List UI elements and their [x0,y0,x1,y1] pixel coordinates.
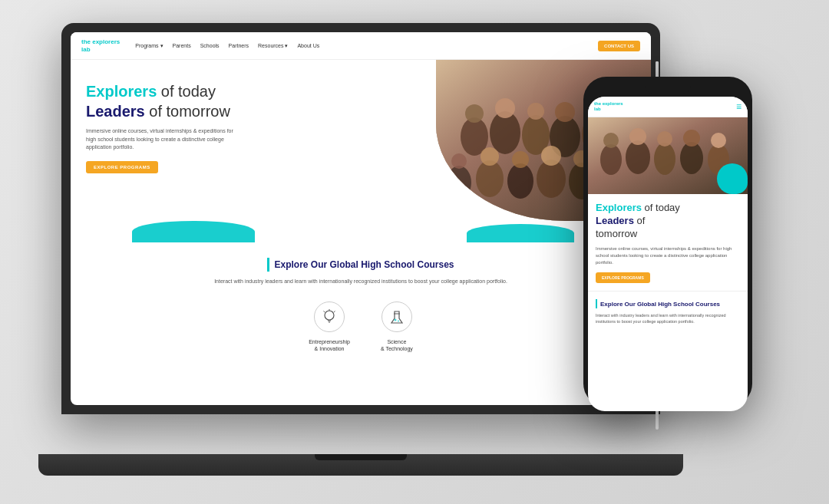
logo-line2: lab [81,46,120,54]
phone-hero-content: Explorers of today Leaders oftomorrow Im… [588,194,748,291]
svg-point-35 [394,318,396,321]
phone-logo: the explorers lab [594,101,623,112]
phone-hamburger-icon[interactable]: ≡ [736,101,741,112]
phone-device: the explorers lab ≡ [583,77,752,407]
laptop-base [38,454,683,476]
laptop-body: the explorers lab Programs ▾ Parents Sch… [61,23,660,414]
scene: the explorers lab Programs ▾ Parents Sch… [0,0,829,504]
svg-point-21 [541,146,561,166]
entrepreneurship-label: Entrepreneurship & Innovation [309,338,350,354]
svg-point-16 [476,160,504,197]
flask-icon-svg [388,308,405,325]
wave-container [71,221,651,242]
laptop-hero: Explorers of today Leaders of tomorrow I… [71,60,651,221]
svg-line-32 [324,311,325,312]
phone-hero-headline: Explorers of today Leaders oftomorrow [596,202,740,241]
nav-parents[interactable]: Parents [173,43,191,48]
svg-point-28 [325,311,334,320]
svg-point-47 [708,144,729,175]
phone-leaders: Leaders [596,215,634,226]
phone-courses-section: Explore Our Global High School Courses I… [588,291,748,333]
phone-screen: the explorers lab ≡ [588,97,748,411]
nav-partners[interactable]: Partners [229,43,249,48]
svg-point-15 [451,153,467,169]
phone-hero-image [588,117,748,194]
phone-explorers: Explorers [596,202,642,213]
svg-point-9 [555,102,575,122]
wave-left [132,221,255,242]
laptop-cards: Entrepreneurship & Innovation [86,301,636,354]
svg-point-17 [481,147,499,166]
svg-point-46 [683,130,700,147]
svg-point-44 [657,131,672,147]
laptop-section-title: Explore Our Global High School Courses [86,258,636,272]
phone-nav: the explorers lab ≡ [588,97,748,117]
laptop-logo: the explorers lab [81,38,120,53]
laptop-hero-body: Immersive online courses, virtual intern… [86,127,239,152]
hero-explorers: Explorers [86,83,157,100]
svg-line-33 [334,311,335,312]
laptop-courses-section: Explore Our Global High School Courses I… [71,242,651,368]
nav-schools[interactable]: Schools [200,43,220,48]
hero-leaders: Leaders [86,103,145,120]
laptop-contact-button[interactable]: CONTACT US [598,41,640,51]
laptop-nav-links: Programs ▾ Parents Schools Partners Reso… [135,43,598,49]
wave-right [467,224,574,242]
svg-point-39 [600,144,622,175]
svg-point-18 [507,163,533,199]
phone-notch [645,84,691,94]
phone-hero-body: Immersive online courses, virtual intern… [596,245,740,266]
science-label: Science & Technology [381,338,413,354]
svg-point-41 [626,140,650,174]
svg-point-45 [680,142,703,174]
svg-point-36 [398,320,399,321]
nav-programs[interactable]: Programs ▾ [135,43,163,49]
card-entrepreneurship: Entrepreneurship & Innovation [309,301,350,354]
bulb-icon-svg [321,308,338,325]
phone-hero-photo [588,117,748,194]
svg-point-42 [629,128,646,145]
svg-point-19 [512,151,529,168]
nav-about[interactable]: About Us [297,43,319,48]
svg-point-3 [465,104,484,123]
phone-logo-line1: the explorers [594,101,623,107]
laptop-hero-text: Explorers of today Leaders of tomorrow I… [71,60,436,221]
logo-line1: the explorers [81,38,120,46]
svg-point-43 [654,143,675,175]
laptop-screen: the explorers lab Programs ▾ Parents Sch… [71,32,651,405]
laptop-nav: the explorers lab Programs ▾ Parents Sch… [71,32,651,60]
science-icon [381,301,412,332]
laptop-section-subtitle: Interact with industry leaders and learn… [86,278,636,286]
svg-point-48 [711,133,726,148]
laptop-hero-headline: Explorers of today Leaders of tomorrow [86,81,421,121]
svg-point-7 [527,103,544,120]
entrepreneurship-icon [314,301,345,332]
phone-section-title: Explore Our Global High School Courses [596,299,740,308]
nav-resources[interactable]: Resources ▾ [258,43,288,49]
phone-section-subtitle: Interact with industry leaders and learn… [596,312,740,325]
phone-logo-line2: lab [594,107,623,112]
laptop-device: the explorers lab Programs ▾ Parents Sch… [61,23,660,476]
laptop-explore-button[interactable]: EXPLORE PROGRAMS [86,161,158,173]
phone-explore-button[interactable]: EXPLORE PROGRAMS [596,272,650,283]
svg-point-40 [603,133,619,148]
svg-point-5 [495,98,515,118]
svg-point-14 [447,166,471,199]
card-science: Science & Technology [381,301,413,354]
